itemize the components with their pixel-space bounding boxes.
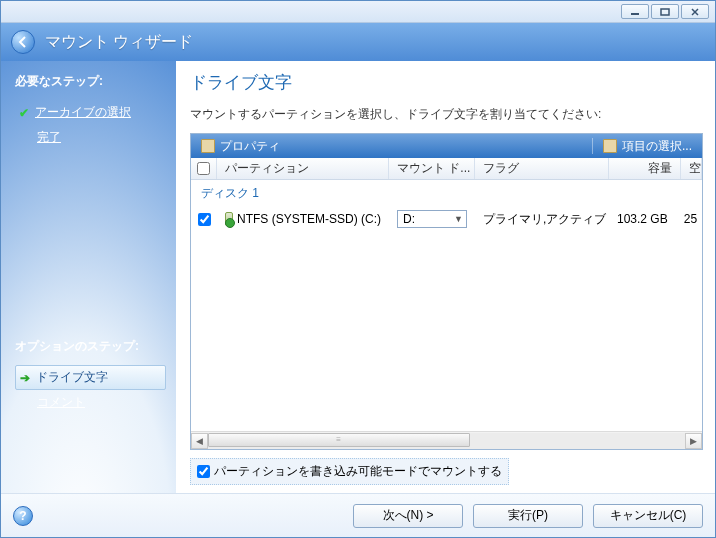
svg-rect-1 (661, 9, 669, 15)
grid-toolbar: プロパティ 項目の選択... (191, 134, 702, 158)
partition-grid: プロパティ 項目の選択... パーティション マウント ド... フラグ 容量 … (190, 133, 703, 450)
titlebar (1, 1, 715, 23)
back-button[interactable] (11, 30, 35, 54)
scroll-left-button[interactable]: ◀ (191, 433, 208, 449)
column-mount[interactable]: マウント ド... (389, 158, 475, 179)
mount-letter-dropdown[interactable]: D: ▼ (397, 210, 467, 228)
toolbar-label: プロパティ (220, 138, 280, 155)
writable-label: パーティションを書き込み可能モードでマウントする (214, 463, 502, 480)
body: 必要なステップ: ✔ アーカイブの選択 完了 オプションのステップ: ➔ ドライ… (1, 61, 715, 493)
partition-capacity: 103.2 GB (609, 212, 676, 226)
wizard-title: マウント ウィザード (45, 32, 193, 53)
properties-icon (201, 139, 215, 153)
mount-letter-value: D: (403, 212, 415, 226)
scroll-thumb[interactable]: ≡ (208, 433, 470, 447)
optional-steps-label: オプションのステップ: (15, 338, 166, 355)
sidebar-item-label[interactable]: アーカイブの選択 (35, 104, 131, 121)
columns-icon (603, 139, 617, 153)
maximize-button[interactable] (651, 4, 679, 19)
column-checkbox[interactable] (191, 158, 217, 179)
horizontal-scrollbar[interactable]: ◀ ≡ ▶ (191, 431, 702, 449)
arrow-right-icon: ➔ (20, 371, 30, 385)
toolbar-choose-columns[interactable]: 項目の選択... (593, 134, 702, 158)
column-flag[interactable]: フラグ (475, 158, 609, 179)
sidebar-item-label[interactable]: コメント (37, 394, 85, 411)
sidebar-item-comment[interactable]: コメント (15, 390, 166, 415)
cancel-button[interactable]: キャンセル(C) (593, 504, 703, 528)
partition-flag: プライマリ,アクティブ (475, 211, 609, 228)
next-button[interactable]: 次へ(N) > (353, 504, 463, 528)
partition-row[interactable]: NTFS (SYSTEM-SSD) (C:) D: ▼ プライマリ,アクティブ … (191, 207, 702, 231)
partition-icon (225, 212, 233, 226)
toolbar-label: 項目の選択... (622, 138, 692, 155)
column-free[interactable]: 空 (681, 158, 702, 179)
column-capacity[interactable]: 容量 (609, 158, 681, 179)
column-headers: パーティション マウント ド... フラグ 容量 空 (191, 158, 702, 180)
writable-checkbox[interactable] (197, 465, 210, 478)
chevron-down-icon: ▼ (454, 214, 463, 224)
wizard-header: マウント ウィザード (1, 23, 715, 61)
grid-body: ディスク 1 NTFS (SYSTEM-SSD) (C:) D: ▼ プライマリ… (191, 180, 702, 431)
sidebar-item-archive[interactable]: ✔ アーカイブの選択 (15, 100, 166, 125)
column-partition[interactable]: パーティション (217, 158, 389, 179)
optional-steps: オプションのステップ: ➔ ドライブ文字 コメント (15, 338, 166, 415)
close-button[interactable] (681, 4, 709, 19)
scroll-right-button[interactable]: ▶ (685, 433, 702, 449)
sidebar-item-complete[interactable]: 完了 (15, 125, 166, 150)
svg-rect-0 (631, 13, 639, 15)
instruction-text: マウントするパーティションを選択し、ドライブ文字を割り当ててください: (190, 106, 703, 123)
writable-mode-row[interactable]: パーティションを書き込み可能モードでマウントする (190, 458, 509, 485)
main-panel: ドライブ文字 マウントするパーティションを選択し、ドライブ文字を割り当ててくださ… (176, 61, 715, 493)
toolbar-properties[interactable]: プロパティ (191, 134, 290, 158)
check-icon: ✔ (19, 106, 29, 120)
footer: ? 次へ(N) > 実行(P) キャンセル(C) (1, 493, 715, 537)
sidebar: 必要なステップ: ✔ アーカイブの選択 完了 オプションのステップ: ➔ ドライ… (1, 61, 176, 493)
sidebar-item-drive-letter[interactable]: ➔ ドライブ文字 (15, 365, 166, 390)
run-button[interactable]: 実行(P) (473, 504, 583, 528)
row-checkbox[interactable] (198, 213, 211, 226)
disk-group-label: ディスク 1 (191, 180, 702, 207)
sidebar-item-label[interactable]: 完了 (37, 129, 61, 146)
partition-name: NTFS (SYSTEM-SSD) (C:) (237, 212, 381, 226)
partition-free: 25 (676, 212, 702, 226)
scroll-track[interactable]: ≡ (208, 433, 685, 449)
required-steps-label: 必要なステップ: (15, 73, 166, 90)
help-button[interactable]: ? (13, 506, 33, 526)
sidebar-item-label: ドライブ文字 (36, 369, 108, 386)
page-title: ドライブ文字 (190, 71, 703, 94)
minimize-button[interactable] (621, 4, 649, 19)
